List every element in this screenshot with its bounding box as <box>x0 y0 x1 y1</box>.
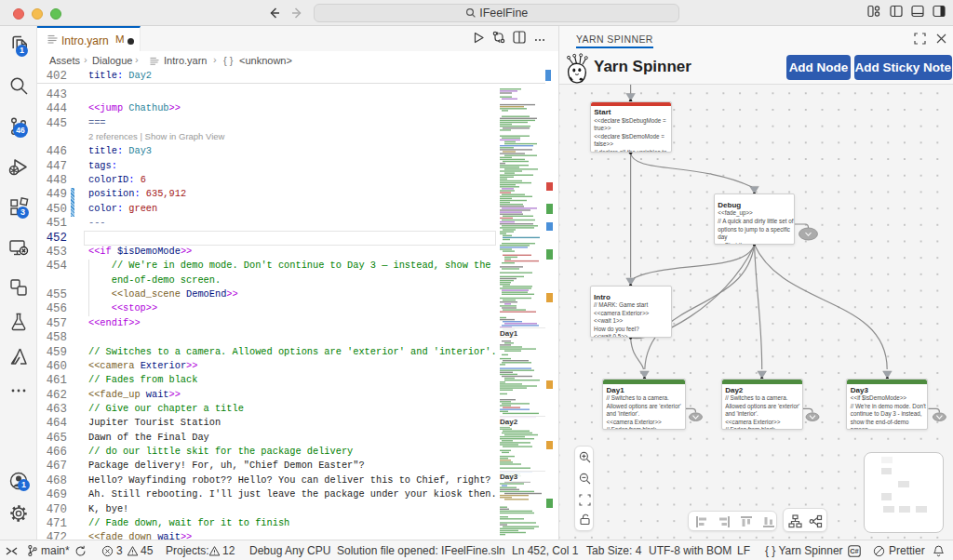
svg-text:C#: C# <box>850 547 858 555</box>
